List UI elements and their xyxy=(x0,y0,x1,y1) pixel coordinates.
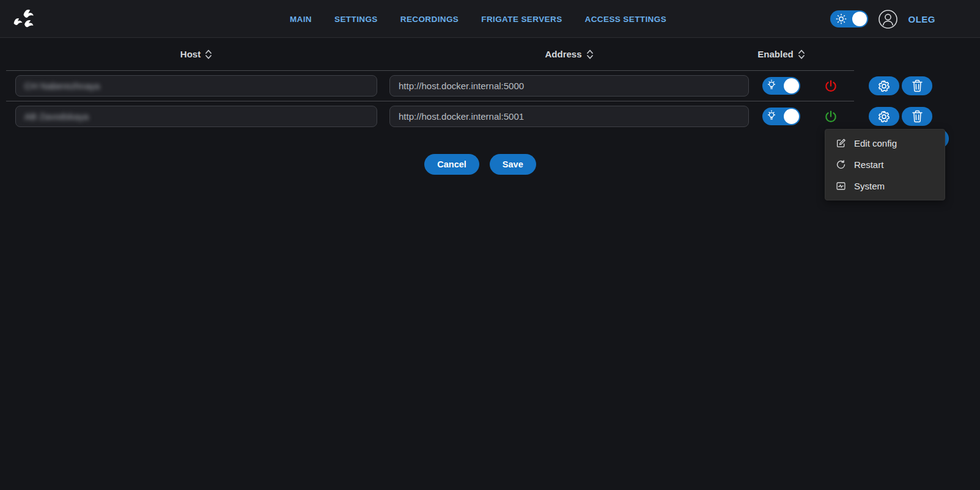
menu-item-label: Restart xyxy=(854,159,883,170)
nav-link-frigate-servers[interactable]: FRIGATE SERVERS xyxy=(481,15,562,24)
toggle-knob xyxy=(784,78,799,93)
user-avatar-icon[interactable] xyxy=(878,9,898,29)
server-row-1: CH Naberezhnaya xyxy=(0,71,980,101)
power-status-icon-online xyxy=(824,109,838,124)
menu-item-system[interactable]: System xyxy=(825,175,945,197)
sort-icon xyxy=(586,49,594,59)
menu-item-label: Edit config xyxy=(854,138,897,148)
nav-link-main[interactable]: MAIN xyxy=(290,15,312,24)
sort-icon xyxy=(798,49,805,59)
gear-icon xyxy=(877,110,891,123)
nav-link-recordings[interactable]: RECORDINGS xyxy=(400,15,459,24)
lightbulb-icon xyxy=(767,110,776,123)
edit-icon xyxy=(836,138,846,148)
gear-icon xyxy=(877,79,891,93)
settings-button[interactable] xyxy=(869,76,899,95)
trash-icon xyxy=(912,110,923,123)
enabled-header-label: Enabled xyxy=(757,49,793,59)
host-header-label: Host xyxy=(180,49,201,59)
navbar: MAIN SETTINGS RECORDINGS FRIGATE SERVERS… xyxy=(0,0,980,38)
trash-icon xyxy=(912,79,923,92)
lightbulb-icon xyxy=(767,79,776,92)
toggle-knob xyxy=(784,109,799,124)
restart-icon xyxy=(836,159,846,170)
enabled-toggle[interactable] xyxy=(762,108,800,125)
host-name-blurred-text: AB Zavodskaya xyxy=(24,111,89,122)
delete-button[interactable] xyxy=(902,107,932,126)
settings-button[interactable] xyxy=(869,107,899,126)
menu-item-restart[interactable]: Restart xyxy=(825,154,945,175)
delete-button[interactable] xyxy=(902,76,932,95)
host-name-blurred-text: CH Naberezhnaya xyxy=(24,81,100,91)
frigate-app-page: MAIN SETTINGS RECORDINGS FRIGATE SERVERS… xyxy=(0,0,980,490)
menu-item-edit-config[interactable]: Edit config xyxy=(825,133,945,154)
frigate-birds-logo[interactable] xyxy=(10,5,37,32)
address-input[interactable] xyxy=(389,75,749,97)
navbar-right: OLEG xyxy=(830,0,935,38)
enabled-toggle[interactable] xyxy=(762,77,800,95)
power-status-icon-offline xyxy=(824,79,838,93)
nav-link-settings[interactable]: SETTINGS xyxy=(334,15,378,24)
table-header-row: Host Address Enabled xyxy=(0,38,980,70)
system-icon xyxy=(836,181,846,191)
address-header-label: Address xyxy=(545,49,581,59)
theme-toggle-knob xyxy=(852,12,867,26)
column-header-enabled[interactable]: Enabled xyxy=(757,49,805,59)
main-navigation: MAIN SETTINGS RECORDINGS FRIGATE SERVERS… xyxy=(290,0,666,38)
server-context-menu: Edit config Restart System xyxy=(825,129,945,200)
column-header-address[interactable]: Address xyxy=(389,49,749,59)
address-input[interactable] xyxy=(389,106,749,127)
theme-toggle[interactable] xyxy=(830,10,868,27)
sort-icon xyxy=(205,49,212,59)
cancel-button[interactable]: Cancel xyxy=(424,154,479,175)
sun-icon xyxy=(836,13,847,24)
menu-item-label: System xyxy=(854,181,885,191)
nav-link-access-settings[interactable]: ACCESS SETTINGS xyxy=(585,15,667,24)
host-name-input[interactable]: AB Zavodskaya xyxy=(15,106,377,127)
host-name-input[interactable]: CH Naberezhnaya xyxy=(15,75,377,97)
column-header-host[interactable]: Host xyxy=(15,49,377,59)
server-row-2: AB Zavodskaya xyxy=(0,101,980,131)
username-label[interactable]: OLEG xyxy=(908,14,935,24)
save-button[interactable]: Save xyxy=(490,154,536,175)
